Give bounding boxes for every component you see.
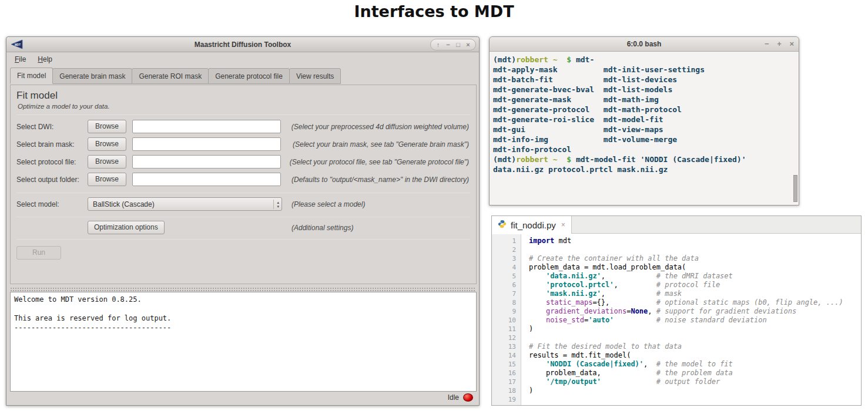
status-text: Idle — [448, 393, 459, 402]
file-input[interactable] — [132, 120, 281, 133]
terminal-text-segment — [558, 155, 567, 164]
terminal-text-segment: mdt-generate-mask mdt-math-img — [493, 95, 659, 104]
maximize-icon[interactable]: + — [777, 39, 782, 48]
browse-button[interactable]: Browse — [88, 137, 126, 151]
line-number-gutter: 1 2 3 4 5 6 7 8 9 10 11 12 13 14 15 16 1… — [492, 234, 521, 405]
code-area[interactable]: import mdt # Create the container with a… — [522, 234, 861, 405]
divider — [16, 114, 470, 115]
terminal-text-segment: mdt-generate-roi-slice mdt-model-fit — [493, 115, 663, 124]
tab-generate-roi-mask[interactable]: Generate ROI mask — [132, 68, 209, 84]
file-input[interactable] — [132, 155, 281, 169]
minimize-icon[interactable]: − — [443, 39, 453, 50]
code-segment: , — [648, 307, 656, 315]
code-segment: ) — [529, 386, 533, 395]
code-line: 'NODDI (Cascade|fixed)', # the model to … — [529, 360, 861, 369]
code-line: # Create the container with all the data — [529, 254, 861, 263]
code-segment: # noise standard deviation — [656, 316, 767, 324]
editor-body: 1 2 3 4 5 6 7 8 9 10 11 12 13 14 15 16 1… — [492, 234, 861, 405]
maximize-icon[interactable]: □ — [453, 39, 463, 50]
code-line: gradient_deviations=None, # support for … — [529, 307, 861, 316]
code-segment: 'mask.nii.gz' — [546, 289, 601, 298]
optimization-options-button[interactable]: Optimization options — [88, 221, 165, 234]
menu-file[interactable]: File — [15, 55, 26, 63]
terminal-text-segment: $ — [567, 55, 571, 64]
tab-generate-protocol-file[interactable]: Generate protocol file — [208, 68, 290, 84]
gui-window-buttons: ↑ − □ × — [430, 39, 476, 50]
python-file-icon — [498, 220, 507, 230]
terminal-text-segment: mdt-gui mdt-view-maps — [493, 125, 663, 134]
field-label: Select brain mask: — [16, 140, 75, 149]
select-model-row: Select model: BallStick (Cascade) ▴▾ (Pl… — [11, 196, 476, 213]
code-line: 'protocol.prtcl', # protocol file — [529, 281, 861, 289]
terminal-output[interactable]: (mdt)robbert ~ $ mdt-mdt-apply-mask mdt-… — [490, 52, 799, 205]
terminal-text-segment: (mdt) — [493, 155, 516, 164]
terminal-line: mdt-apply-mask mdt-init-user-settings — [493, 65, 795, 75]
code-segment: static_maps — [546, 298, 592, 306]
code-line — [529, 333, 861, 342]
options-row: Optimization options (Additional setting… — [11, 219, 476, 237]
code-segment: 'protocol.prtcl' — [546, 281, 614, 289]
code-line: ) — [529, 386, 861, 395]
terminal-line: mdt-generate-bvec-bval mdt-list-models — [493, 85, 795, 95]
file-input[interactable] — [132, 173, 281, 186]
terminal-text-segment: data.nii.gz protocol.prtcl mask.nii.gz — [493, 165, 668, 174]
code-line: results = mdt.fit_model( — [529, 351, 861, 360]
close-icon[interactable]: × — [463, 39, 473, 50]
gui-titlebar[interactable]: MDT Maastricht Diffusion Toolbox ↑ − □ × — [6, 37, 479, 52]
status-lamp-icon — [463, 393, 473, 402]
field-label: Select output folder: — [16, 176, 79, 184]
code-segment: # output folder — [656, 378, 720, 386]
code-segment: # Fit the desired model to that data — [529, 342, 682, 351]
code-segment — [529, 281, 546, 289]
code-line: 'mask.nii.gz', # mask — [529, 289, 861, 298]
spinner-arrows-icon[interactable]: ▴▾ — [273, 200, 279, 209]
minimize-icon[interactable]: − — [765, 39, 769, 48]
close-icon[interactable]: × — [789, 39, 794, 48]
tab-fit-noddi-py[interactable]: fit_noddi.py × — [492, 216, 572, 234]
model-dropdown[interactable]: BallStick (Cascade) ▴▾ — [88, 197, 282, 211]
scrollbar-thumb[interactable] — [793, 175, 797, 202]
code-segment: # optional static maps (b0, flip angle, … — [656, 298, 843, 306]
code-segment: problem_data = mdt.load_problem_data( — [529, 263, 686, 271]
menu-help[interactable]: Help — [38, 55, 52, 63]
terminal-titlebar[interactable]: 6:0.0 bash − + × — [490, 37, 799, 52]
field-hint: (Select your brain mask, see tab "Genera… — [293, 140, 469, 149]
browse-button[interactable]: Browse — [88, 173, 126, 186]
splitter-handle[interactable] — [10, 287, 475, 291]
select-model-label: Select model: — [16, 200, 59, 208]
code-segment: ) — [529, 325, 533, 333]
tab-generate-brain-mask[interactable]: Generate brain mask — [52, 68, 132, 84]
code-segment: ={}, — [592, 298, 656, 306]
tab-fit-model[interactable]: Fit model — [10, 68, 53, 84]
terminal-line: mdt-gui mdt-view-maps — [493, 124, 795, 134]
code-segment: results = mdt.fit_model( — [529, 351, 631, 359]
terminal-line: (mdt)robbert ~ $ mdt-model-fit 'NODDI (C… — [493, 154, 795, 164]
terminal-title: 6:0.0 bash — [490, 40, 799, 48]
tab-view-results[interactable]: View results — [289, 68, 341, 84]
terminal-scrollbar[interactable] — [793, 52, 797, 204]
code-segment — [529, 289, 546, 298]
code-line: 'data.nii.gz', # the dMRI dataset — [529, 272, 861, 281]
editor-tab-label: fit_noddi.py — [511, 220, 556, 230]
code-segment: # Create the container with all the data — [529, 254, 699, 262]
terminal-line: data.nii.gz protocol.prtcl mask.nii.gz — [493, 164, 795, 174]
code-segment — [601, 378, 656, 386]
code-segment: # support for gradient deviations — [656, 307, 796, 315]
run-button[interactable]: Run — [16, 246, 61, 260]
browse-button[interactable]: Browse — [88, 155, 126, 169]
terminal-line: mdt-info-img mdt-volume-merge — [493, 134, 795, 144]
terminal-text-segment: mdt-info-img mdt-volume-merge — [493, 135, 677, 144]
tab-close-icon[interactable]: × — [561, 221, 565, 229]
log-output-area[interactable]: Welcome to MDT version 0.8.25. This area… — [10, 292, 477, 392]
shade-icon[interactable]: ↑ — [433, 39, 443, 50]
code-segment — [529, 316, 546, 324]
code-editor-window: fit_noddi.py × 1 2 3 4 5 6 7 8 9 10 11 1… — [491, 215, 862, 406]
code-segment: # mask — [656, 289, 682, 298]
menu-bar: FileHelp — [6, 52, 479, 68]
file-input[interactable] — [132, 137, 281, 151]
code-segment — [529, 307, 546, 315]
terminal-line: mdt-batch-fit mdt-list-devices — [493, 75, 795, 85]
browse-button[interactable]: Browse — [88, 120, 126, 133]
code-segment: '/tmp/output' — [546, 378, 601, 386]
page-title: Interfaces to MDT — [0, 2, 868, 21]
